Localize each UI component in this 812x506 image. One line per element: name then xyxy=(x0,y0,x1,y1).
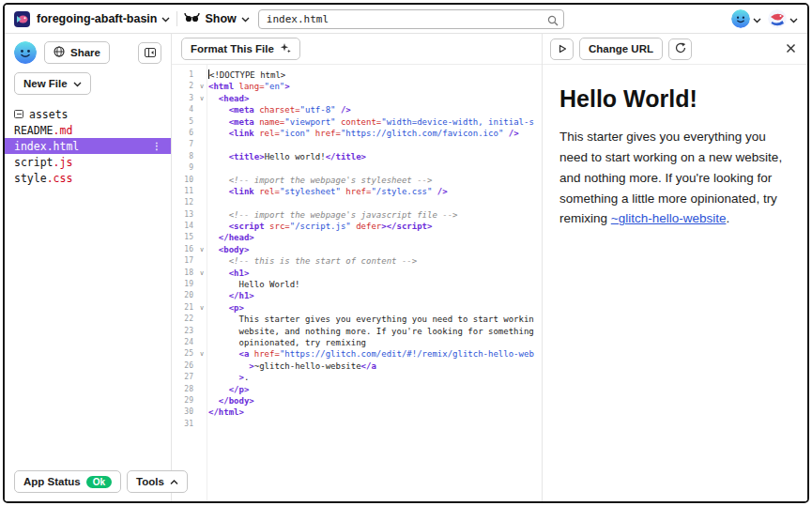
code-line-20[interactable]: 20 </h1> xyxy=(172,290,542,301)
file-options-icon[interactable]: ⋮ xyxy=(152,141,161,151)
app-status-button[interactable]: App Status Ok xyxy=(14,470,121,493)
code-line-9[interactable]: 9 xyxy=(172,162,542,174)
format-file-button[interactable]: Format This File xyxy=(181,38,300,60)
code-line-22[interactable]: 22 This starter gives you everything you… xyxy=(172,314,542,325)
line-number: 24 xyxy=(172,337,197,348)
file-extension: .js xyxy=(54,156,73,169)
refresh-button[interactable] xyxy=(668,38,692,60)
code-text: <title>Hello world!</title> xyxy=(207,151,542,162)
share-button[interactable]: Share xyxy=(44,41,110,64)
code-line-5[interactable]: 5 <meta name="viewport" content="width=d… xyxy=(172,116,542,128)
code-text: <link rel="icon" href="https://glitch.co… xyxy=(207,128,542,139)
sidebar: Share New File assetsREADME.mdindex.html… xyxy=(5,34,172,501)
fold-arrow-icon[interactable]: ∨ xyxy=(197,81,207,92)
remix-link[interactable]: ~glitch-hello-website xyxy=(611,211,727,225)
line-number: 29 xyxy=(172,395,197,406)
line-number: 19 xyxy=(172,279,197,290)
fold-spacer xyxy=(197,162,207,174)
new-file-button[interactable]: New File xyxy=(14,72,91,95)
code-text: opinionated, try remixing xyxy=(207,337,542,348)
code-line-3[interactable]: 3∨ <head> xyxy=(172,93,542,104)
fold-arrow-icon[interactable]: ∨ xyxy=(197,348,207,360)
code-text: <meta name="viewport" content="width=dev… xyxy=(207,116,542,128)
open-preview-button[interactable] xyxy=(550,38,574,60)
project-menu-button[interactable]: foregoing-abaft-basin xyxy=(37,12,170,25)
file-item-README[interactable]: README.md xyxy=(5,122,171,138)
line-number: 5 xyxy=(172,116,197,128)
chevron-down-icon xyxy=(241,12,250,25)
code-line-31[interactable]: 31 xyxy=(172,419,542,430)
user-avatar[interactable] xyxy=(14,41,37,64)
code-line-2[interactable]: 2∨<html lang="en"> xyxy=(172,81,542,92)
fold-arrow-icon[interactable]: ∨ xyxy=(197,244,207,255)
code-line-29[interactable]: 29 </body> xyxy=(172,395,542,406)
file-item-assets[interactable]: assets xyxy=(5,106,171,122)
project-avatar xyxy=(768,9,787,28)
file-name: index xyxy=(14,140,47,153)
code-text: >. xyxy=(207,372,542,383)
close-preview-button[interactable] xyxy=(782,38,800,60)
line-number: 20 xyxy=(172,290,197,301)
line-number: 12 xyxy=(172,197,197,208)
fold-spacer xyxy=(197,279,207,290)
file-name: README xyxy=(14,124,54,137)
fold-spacer xyxy=(197,360,207,372)
code-line-23[interactable]: 23 website, and nothing more. If you're … xyxy=(172,326,542,337)
code-text: <!-- import the webpage's javascript fil… xyxy=(207,209,542,221)
code-line-6[interactable]: 6 <link rel="icon" href="https://glitch.… xyxy=(172,128,542,139)
code-line-12[interactable]: 12 xyxy=(172,197,542,208)
code-line-19[interactable]: 19 Hello World! xyxy=(172,279,542,290)
code-line-11[interactable]: 11 <link rel="stylesheet" href="/style.c… xyxy=(172,186,542,197)
line-number: 18 xyxy=(172,268,197,279)
code-line-1[interactable]: 1<!DOCTYPE html> xyxy=(172,69,542,81)
code-line-10[interactable]: 10 <!-- import the webpage's stylesheet … xyxy=(172,175,542,186)
fold-spacer xyxy=(197,175,207,186)
code-line-21[interactable]: 21∨ <p> xyxy=(172,302,542,314)
code-text: </p> xyxy=(207,384,542,395)
editor-pane: Format This File 1<!DOCTYPE html>2∨<html… xyxy=(172,34,543,501)
show-menu-button[interactable]: Show xyxy=(184,12,249,25)
glitch-logo-icon[interactable] xyxy=(14,11,30,27)
line-number: 31 xyxy=(172,419,197,430)
fold-spacer xyxy=(197,197,207,208)
file-item-script[interactable]: script.js xyxy=(5,154,171,170)
file-extension: .css xyxy=(47,172,73,185)
code-line-24[interactable]: 24 opinionated, try remixing xyxy=(172,337,542,348)
file-name: assets xyxy=(29,108,69,121)
code-line-15[interactable]: 15 </head> xyxy=(172,232,542,243)
code-line-17[interactable]: 17 <!-- this is the start of content --> xyxy=(172,255,542,267)
fold-arrow-icon[interactable]: ∨ xyxy=(197,302,207,314)
code-line-30[interactable]: 30</html> xyxy=(172,406,542,418)
code-line-16[interactable]: 16∨ <body> xyxy=(172,244,542,255)
line-number: 14 xyxy=(172,221,197,232)
user-menu-button[interactable] xyxy=(731,9,761,28)
line-number: 27 xyxy=(172,372,197,383)
chevron-down-icon xyxy=(161,12,170,25)
preview-pane: Change URL Hello World! This starter giv… xyxy=(543,34,807,501)
collapse-sidebar-button[interactable] xyxy=(138,42,161,64)
code-line-14[interactable]: 14 <script src="/script.js" defer></scri… xyxy=(172,221,542,232)
code-line-18[interactable]: 18∨ <h1> xyxy=(172,268,542,279)
fold-spacer xyxy=(197,116,207,128)
code-line-7[interactable]: 7 xyxy=(172,139,542,150)
file-item-style[interactable]: style.css xyxy=(5,170,171,186)
change-url-button[interactable]: Change URL xyxy=(579,38,663,60)
search-input[interactable] xyxy=(258,9,564,29)
code-line-28[interactable]: 28 </p> xyxy=(172,384,542,395)
preview-heading: Hello World! xyxy=(559,85,790,113)
topbar: foregoing-abaft-basin Show xyxy=(5,5,807,34)
project-avatar-menu-button[interactable] xyxy=(768,9,798,28)
project-name: foregoing-abaft-basin xyxy=(37,12,157,25)
code-line-4[interactable]: 4 <meta charset="utf-8" /> xyxy=(172,104,542,115)
code-line-13[interactable]: 13 <!-- import the webpage's javascript … xyxy=(172,209,542,221)
code-line-26[interactable]: 26 >~glitch-hello-website</a xyxy=(172,360,542,372)
code-line-25[interactable]: 25∨ <a href="https://glitch.com/edit/#!/… xyxy=(172,348,542,360)
fold-arrow-icon[interactable]: ∨ xyxy=(197,93,207,104)
code-line-27[interactable]: 27 >. xyxy=(172,372,542,383)
fold-arrow-icon[interactable]: ∨ xyxy=(197,268,207,279)
chevron-down-icon xyxy=(789,12,798,26)
code-text: Hello World! xyxy=(207,279,542,290)
code-line-8[interactable]: 8 <title>Hello world!</title> xyxy=(172,151,542,162)
file-item-index[interactable]: index.html⋮ xyxy=(5,138,171,154)
new-file-label: New File xyxy=(23,78,68,89)
